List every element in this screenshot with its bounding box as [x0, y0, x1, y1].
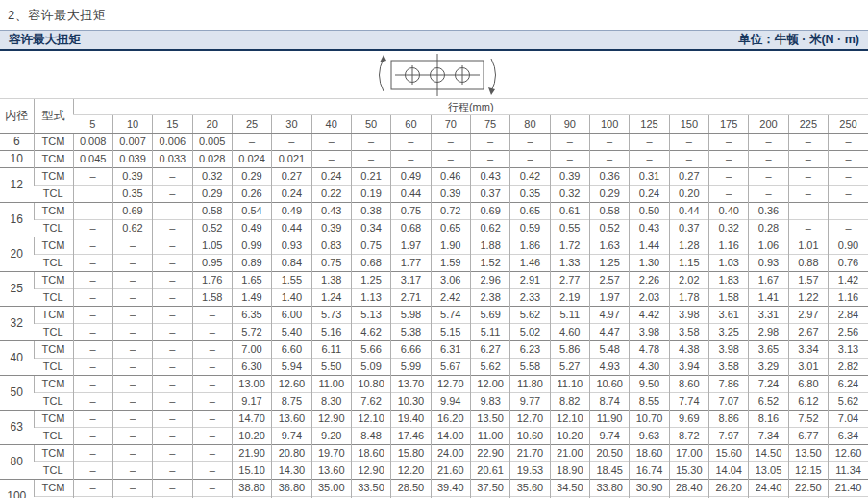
torque-value-cell: –: [112, 393, 152, 411]
torque-value-cell: 7.04: [829, 411, 868, 428]
torque-value-cell: 0.36: [589, 168, 629, 186]
torque-value-cell: –: [153, 341, 192, 359]
torque-value-cell: 7.86: [709, 376, 749, 393]
torque-table-body: 6TCM0.0080.0070.0060.005––––––––––––––––…: [0, 134, 868, 498]
type-column-header: 型式: [34, 99, 73, 134]
stroke-header: 行程(mm): [73, 99, 868, 115]
torque-value-cell: 6.34: [829, 428, 868, 445]
torque-value-cell: 4.30: [630, 359, 669, 376]
torque-value-cell: 10.70: [630, 411, 669, 428]
table-row: 32TCM––––6.356.005.735.135.985.745.695.6…: [0, 307, 868, 324]
torque-value-cell: 0.26: [232, 186, 271, 203]
torque-value-cell: 6.66: [391, 341, 431, 359]
stroke-header-cell: 75: [470, 115, 509, 134]
torque-value-cell: 20.50: [589, 445, 629, 462]
torque-value-cell: 11.80: [510, 376, 550, 393]
torque-value-cell: 19.70: [311, 445, 351, 462]
torque-value-cell: 15.10: [232, 462, 271, 480]
torque-value-cell: 11.90: [589, 411, 629, 428]
torque-value-cell: 16.74: [630, 462, 669, 480]
torque-value-cell: –: [153, 376, 192, 393]
torque-value-cell: 1.97: [391, 237, 431, 255]
torque-value-cell: 2.57: [589, 272, 629, 289]
stroke-header-cell: 250: [829, 115, 868, 134]
torque-value-cell: 3.01: [788, 359, 828, 376]
torque-value-cell: 4.42: [630, 307, 669, 324]
stroke-header-cell: 175: [709, 115, 749, 134]
torque-value-cell: 2.82: [829, 359, 868, 376]
torque-value-cell: 17.00: [669, 445, 708, 462]
torque-value-cell: 8.55: [630, 393, 669, 411]
torque-value-cell: 0.65: [431, 220, 470, 237]
torque-value-cell: –: [112, 237, 152, 255]
torque-value-cell: –: [153, 203, 192, 220]
torque-value-cell: 1.76: [192, 272, 232, 289]
torque-value-cell: 0.039: [112, 151, 152, 168]
torque-value-cell: 8.48: [351, 428, 390, 445]
torque-value-cell: 21.60: [431, 462, 470, 480]
torque-value-cell: 0.90: [829, 237, 868, 255]
torque-value-cell: 1.05: [192, 237, 232, 255]
torque-value-cell: 1.16: [829, 289, 868, 307]
torque-value-cell: 1.67: [749, 272, 788, 289]
torque-value-cell: –: [73, 307, 112, 324]
torque-value-cell: 5.11: [470, 324, 509, 341]
torque-value-cell: 3.98: [709, 341, 749, 359]
torque-value-cell: 3.17: [391, 272, 431, 289]
torque-value-cell: 0.99: [232, 237, 271, 255]
torque-value-cell: –: [153, 411, 192, 428]
torque-value-cell: –: [153, 237, 192, 255]
torque-value-cell: –: [749, 134, 788, 151]
torque-value-cell: –: [550, 134, 589, 151]
torque-value-cell: –: [153, 359, 192, 376]
table-row: TCL––––15.1014.3013.6012.9012.2021.6020.…: [0, 462, 868, 480]
torque-value-cell: –: [73, 324, 112, 341]
torque-value-cell: –: [153, 428, 192, 445]
table-row: 40TCM––––7.006.606.115.666.666.316.276.2…: [0, 341, 868, 359]
torque-value-cell: –: [73, 341, 112, 359]
torque-value-cell: [73, 186, 112, 203]
stroke-header-cell: 200: [749, 115, 788, 134]
torque-value-cell: –: [73, 428, 112, 445]
torque-value-cell: 0.29: [192, 186, 232, 203]
torque-value-cell: 13.50: [470, 411, 509, 428]
stroke-header-cell: 80: [510, 115, 550, 134]
torque-value-cell: 8.60: [669, 376, 708, 393]
torque-value-cell: 5.74: [431, 307, 470, 324]
torque-value-cell: –: [112, 359, 152, 376]
torque-value-cell: 0.007: [112, 134, 152, 151]
torque-value-cell: 2.38: [470, 289, 509, 307]
torque-value-cell: –: [669, 134, 708, 151]
torque-value-cell: 1.52: [470, 255, 509, 272]
torque-value-cell: –: [153, 445, 192, 462]
torque-value-cell: 5.15: [431, 324, 470, 341]
stroke-header-cell: 25: [232, 115, 271, 134]
torque-value-cell: 15.80: [391, 445, 431, 462]
torque-value-cell: 0.43: [311, 203, 351, 220]
torque-value-cell: 14.70: [232, 411, 271, 428]
torque-diagram: [0, 51, 868, 98]
torque-value-cell: 9.74: [272, 428, 311, 445]
torque-value-cell: 0.44: [669, 203, 708, 220]
torque-value-cell: 8.74: [589, 393, 629, 411]
torque-value-cell: 0.35: [510, 186, 550, 203]
torque-value-cell: 18.45: [589, 462, 629, 480]
torque-value-cell: –: [112, 376, 152, 393]
stroke-header-cell: 30: [272, 115, 311, 134]
torque-value-cell: 0.68: [351, 255, 390, 272]
torque-value-cell: 0.24: [630, 186, 669, 203]
torque-value-cell: –: [192, 393, 232, 411]
torque-value-cell: 6.80: [788, 376, 828, 393]
torque-value-cell: 4.97: [589, 307, 629, 324]
torque-value-cell: 18.90: [550, 462, 589, 480]
torque-value-cell: 0.55: [550, 220, 589, 237]
torque-value-cell: –: [192, 480, 232, 497]
torque-value-cell: 0.32: [192, 168, 232, 186]
torque-value-cell: 0.19: [351, 186, 390, 203]
torque-value-cell: –: [192, 411, 232, 428]
torque-value-cell: 0.006: [153, 134, 192, 151]
torque-value-cell: 0.40: [709, 203, 749, 220]
torque-value-cell: –: [73, 237, 112, 255]
torque-value-cell: 2.33: [510, 289, 550, 307]
torque-value-cell: 6.31: [431, 341, 470, 359]
